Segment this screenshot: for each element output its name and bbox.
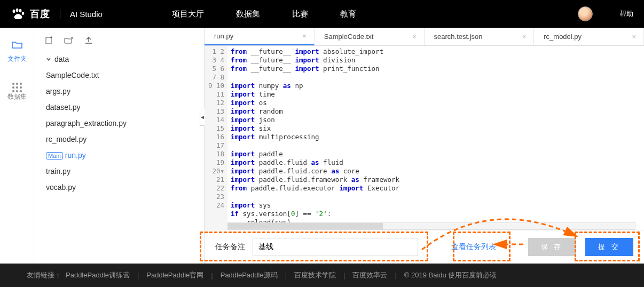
tree-file[interactable]: rc_model.py: [43, 131, 195, 147]
scrollbar-thumb[interactable]: [228, 223, 383, 229]
rail-datasets-label: 数据集: [0, 92, 34, 101]
code-content[interactable]: from __future__ import absolute_import f…: [227, 46, 644, 230]
close-icon[interactable]: ×: [632, 33, 636, 41]
footer: 友情链接： PaddlePaddle训练营| PaddlePaddle官网| P…: [0, 264, 644, 287]
tree-folder-data[interactable]: data: [43, 51, 195, 67]
new-file-icon[interactable]: [45, 36, 53, 45]
tree-file[interactable]: SampleCode.txt: [43, 67, 195, 83]
file-sidebar: data SampleCode.txt args.py dataset.py p…: [34, 28, 204, 264]
line-gutter: 1 2 3 4 5 6 7 8 9 10 11 12 13 14 15 16 1…: [205, 46, 227, 230]
footer-link[interactable]: PaddlePaddle官网: [146, 270, 203, 280]
rail-datasets[interactable]: 数据集: [0, 78, 34, 101]
collapse-handle[interactable]: ◄: [200, 108, 205, 126]
nav-competitions[interactable]: 比赛: [292, 9, 308, 19]
new-folder-icon[interactable]: [64, 36, 74, 45]
tab-search[interactable]: search.test.json×: [425, 28, 535, 45]
close-icon[interactable]: ×: [522, 33, 527, 41]
nav-projects[interactable]: 项目大厅: [172, 9, 204, 19]
tab-sample[interactable]: SampleCode.txt×: [315, 28, 425, 45]
sidebar-toolbar: [43, 34, 195, 51]
baidu-paw-icon: [11, 8, 26, 20]
top-header: 百度 AI Studio 项目大厅 数据集 比赛 教育 帮助: [0, 0, 644, 28]
chevron-down-icon: [46, 57, 51, 62]
tree-file-active[interactable]: Mainrun.py: [43, 147, 195, 163]
left-rail: 文件夹 数据集: [0, 28, 34, 264]
main-badge: Main: [46, 152, 63, 160]
close-icon[interactable]: ×: [302, 32, 307, 40]
tree-file[interactable]: args.py: [43, 83, 195, 99]
tree-file[interactable]: dataset.py: [43, 99, 195, 115]
nav-education[interactable]: 教育: [340, 9, 356, 19]
footer-copyright: © 2019 Baidu 使用百度前必读: [404, 270, 497, 280]
grid-icon: [0, 78, 34, 89]
tree-file[interactable]: train.py: [43, 163, 195, 179]
view-task-list-link[interactable]: 查看任务列表: [451, 242, 496, 252]
logo-text: 百度: [30, 7, 50, 20]
main-nav: 项目大厅 数据集 比赛 教育: [172, 9, 356, 19]
horizontal-scrollbar[interactable]: [227, 222, 635, 230]
folder-name: data: [54, 55, 69, 63]
task-bar: 任务备注 查看任务列表 保 存 提 交: [205, 230, 644, 264]
upload-icon[interactable]: [84, 36, 93, 45]
rail-files-label: 文件夹: [0, 54, 34, 63]
footer-link[interactable]: PaddlePaddle源码: [221, 270, 278, 280]
svg-point-0: [13, 10, 15, 13]
close-icon[interactable]: ×: [412, 33, 417, 41]
tree-file[interactable]: paragraph_extraction.py: [43, 115, 195, 131]
footer-link[interactable]: 百度效率云: [352, 270, 387, 280]
editor-tabs: run.py× SampleCode.txt× search.test.json…: [205, 28, 644, 46]
task-label: 任务备注: [215, 242, 245, 252]
tree-children: SampleCode.txt args.py dataset.py paragr…: [43, 67, 195, 195]
rail-files[interactable]: 文件夹: [0, 41, 34, 63]
logo-separator: [60, 9, 60, 19]
code-area[interactable]: 1 2 3 4 5 6 7 8 9 10 11 12 13 14 15 16 1…: [205, 46, 644, 230]
task-remark-input[interactable]: [253, 238, 418, 256]
logo-subtitle: AI Studio: [70, 10, 103, 19]
svg-point-1: [16, 9, 19, 12]
main-area: 文件夹 数据集 data SampleCode.txt args.py data…: [0, 28, 644, 264]
footer-link[interactable]: PaddlePaddle训练营: [66, 270, 130, 280]
submit-button[interactable]: 提 交: [585, 238, 633, 256]
svg-point-2: [19, 9, 22, 12]
user-avatar[interactable]: [578, 6, 593, 21]
svg-rect-4: [46, 37, 51, 44]
svg-point-3: [22, 12, 24, 15]
footer-link[interactable]: 百度技术学院: [294, 270, 336, 280]
save-button[interactable]: 保 存: [528, 238, 576, 256]
nav-datasets[interactable]: 数据集: [236, 9, 260, 19]
folder-icon: [0, 41, 34, 51]
tab-rcmodel[interactable]: rc_model.py×: [534, 28, 644, 45]
footer-label: 友情链接：: [27, 270, 61, 280]
tree-file[interactable]: vocab.py: [43, 179, 195, 195]
logo[interactable]: 百度 AI Studio: [11, 7, 103, 20]
tab-run[interactable]: run.py×: [205, 28, 315, 45]
editor-pane: ◄ run.py× SampleCode.txt× search.test.js…: [204, 28, 644, 264]
help-link[interactable]: 帮助: [619, 9, 633, 19]
